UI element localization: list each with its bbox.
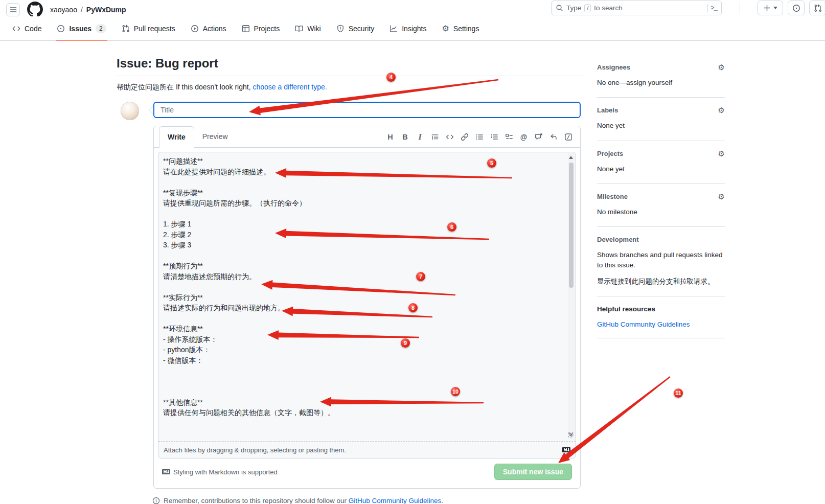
ordered-list-icon[interactable] [487, 130, 501, 144]
hamburger-menu-button[interactable] [6, 3, 20, 16]
header-divider [740, 3, 740, 13]
submit-new-issue-button[interactable]: Submit new issue [494, 464, 572, 480]
milestone-title: Milestone [597, 193, 628, 200]
attach-files-area[interactable]: Attach files by dragging & dropping, sel… [158, 441, 576, 458]
choose-different-type-link[interactable]: choose a different type. [253, 83, 327, 91]
issue-body-textarea[interactable]: **问题描述** 请在此处提供对问题的详细描述。 **复现步骤** 请提供重现问… [158, 152, 576, 441]
main-content: Issue: Bug report 帮助定位问题所在 If this doesn… [117, 41, 585, 504]
gear-icon[interactable]: ⚙ [718, 106, 725, 114]
note-text: Remember, contributions to this reposito… [164, 497, 349, 504]
editor-body: **问题描述** 请在此处提供对问题的详细描述。 **复现步骤** 请提供重现问… [154, 148, 580, 488]
unordered-list-icon[interactable] [472, 130, 486, 144]
reply-icon[interactable] [546, 130, 560, 144]
tab-preview[interactable]: Preview [194, 126, 236, 147]
cross-reference-icon[interactable] [532, 130, 545, 144]
projects-empty-text: None yet [597, 164, 725, 174]
attach-hint-text: Attach files by dragging & dropping, sel… [164, 446, 346, 454]
editor-header: Write Preview H B I [154, 126, 580, 148]
git-pull-request-icon [814, 4, 822, 12]
note-suffix: . [441, 497, 443, 504]
tab-security[interactable]: Security [331, 16, 380, 40]
sidebar-section-milestone: Milestone ⚙ No milestone [597, 184, 725, 227]
breadcrumb-owner-link[interactable]: xaoyaoo [50, 6, 77, 14]
tab-label: Projects [254, 25, 280, 33]
avatar[interactable] [121, 102, 139, 120]
tab-pull-requests[interactable]: Pull requests [117, 16, 180, 40]
italic-icon[interactable]: I [413, 130, 427, 144]
issue-sidebar: Assignees ⚙ No one—assign yourself Label… [597, 63, 725, 338]
breadcrumb-repo-link[interactable]: PyWxDump [86, 6, 126, 14]
markdown-icon [562, 446, 570, 454]
community-guidelines-link[interactable]: GitHub Community Guidelines [349, 497, 442, 504]
search-placeholder-suffix: to search [594, 4, 623, 12]
gear-icon[interactable]: ⚙ [718, 193, 725, 200]
sidebar-section-labels: Labels ⚙ None yet [597, 98, 725, 141]
tab-issues[interactable]: Issues 2 [52, 16, 111, 40]
breadcrumb-separator: / [81, 6, 83, 14]
gear-icon[interactable]: ⚙ [718, 150, 725, 157]
create-new-button[interactable] [758, 1, 783, 15]
tab-label: Actions [203, 25, 226, 33]
markdown-supported-hint[interactable]: Styling with Markdown is supported [162, 468, 278, 476]
tab-label: Code [25, 25, 41, 33]
helpful-resources-title: Helpful resources [597, 305, 725, 313]
issue-opened-icon [57, 25, 65, 33]
tab-label: Wiki [307, 25, 320, 33]
sidebar-section-development: Development Shows branches and pull requ… [597, 227, 725, 296]
textarea-scrollbar[interactable] [568, 153, 575, 439]
bold-icon[interactable]: B [398, 130, 412, 144]
tab-label: Pull requests [134, 25, 175, 33]
link-icon[interactable] [457, 130, 471, 144]
gear-icon: ⚙ [442, 25, 449, 33]
markdown-icon [162, 468, 170, 476]
quote-icon[interactable] [428, 130, 442, 144]
tab-wiki[interactable]: Wiki [290, 16, 326, 40]
development-title: Development [597, 236, 639, 243]
command-palette-icon[interactable]: >_ [711, 5, 717, 12]
heading-icon[interactable]: H [383, 130, 397, 144]
gear-icon[interactable]: ⚙ [718, 63, 725, 71]
global-search-input[interactable]: Type / to search >_ [551, 1, 722, 15]
global-issues-button[interactable] [788, 1, 805, 15]
assign-yourself-link[interactable]: assign yourself [626, 79, 672, 86]
comment-editor: Write Preview H B I [153, 126, 581, 489]
global-pull-requests-button[interactable] [809, 1, 825, 15]
git-pull-request-icon [122, 25, 130, 33]
tab-label: Security [349, 25, 375, 33]
labels-title: Labels [597, 106, 618, 114]
tab-write[interactable]: Write [159, 126, 194, 148]
code-icon[interactable] [443, 130, 456, 144]
scroll-up-arrow-icon[interactable] [569, 156, 573, 159]
page-title: Issue: Bug report [117, 41, 585, 76]
slash-commands-icon[interactable] [561, 130, 575, 144]
tab-settings[interactable]: ⚙ Settings [437, 16, 484, 40]
issue-title-input[interactable] [153, 102, 581, 118]
assignees-title: Assignees [597, 63, 630, 71]
github-logo-icon[interactable] [27, 2, 43, 17]
helpful-community-guidelines-link[interactable]: GitHub Community Guidelines [597, 320, 690, 328]
issues-count-badge: 2 [96, 24, 106, 33]
markdown-hint-text: Styling with Markdown is supported [173, 468, 278, 476]
markdown-toolbar: H B I [383, 130, 575, 144]
tab-code[interactable]: Code [7, 16, 47, 40]
issue-opened-icon [792, 4, 800, 12]
mention-icon[interactable]: @ [517, 130, 531, 144]
slash-keycap: / [584, 4, 591, 12]
tab-insights[interactable]: Insights [384, 16, 431, 40]
tab-label: Insights [402, 25, 426, 33]
task-list-icon[interactable] [502, 130, 516, 144]
tab-actions[interactable]: Actions [186, 16, 232, 40]
tab-projects[interactable]: Projects [237, 16, 285, 40]
tab-label: Issues [69, 25, 91, 33]
resize-gripper-icon[interactable] [568, 432, 574, 438]
scrollbar-thumb[interactable] [569, 163, 574, 288]
play-icon [191, 25, 199, 33]
search-placeholder-prefix: Type [566, 4, 581, 12]
code-icon [12, 25, 20, 33]
plus-icon [763, 4, 771, 12]
labels-empty-text: None yet [597, 121, 725, 131]
graph-icon [389, 25, 398, 33]
development-text-en: Shows branches and pull requests linked … [597, 250, 725, 271]
sidebar-section-helpful-resources: Helpful resources GitHub Community Guide… [597, 296, 725, 338]
projects-title: Projects [597, 150, 623, 157]
